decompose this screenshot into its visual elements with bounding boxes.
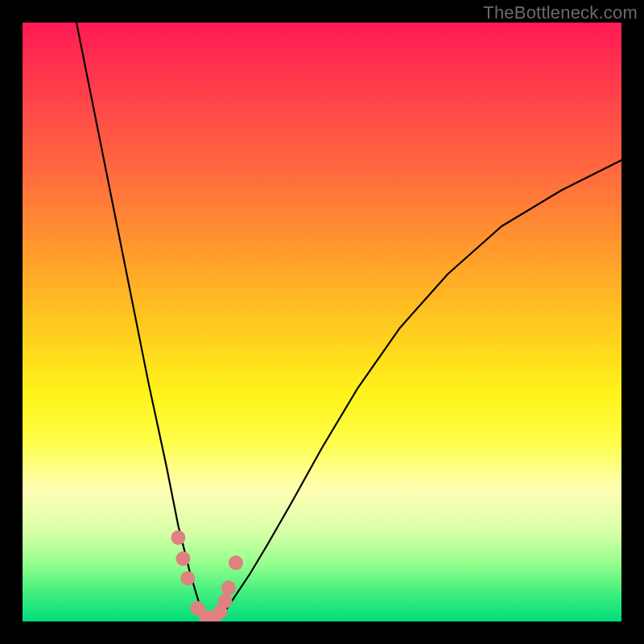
highlight-dot [175,551,190,566]
bottleneck-curve [23,23,621,621]
highlight-dot [229,555,243,570]
watermark-text: TheBottleneck.com [483,2,638,23]
highlight-dot [218,594,233,609]
plot-area [23,23,621,621]
highlight-dot [180,571,195,585]
highlight-dot [221,580,236,595]
highlight-dot [171,530,185,545]
curve-path [76,23,621,621]
chart-frame: TheBottleneck.com [0,0,644,644]
